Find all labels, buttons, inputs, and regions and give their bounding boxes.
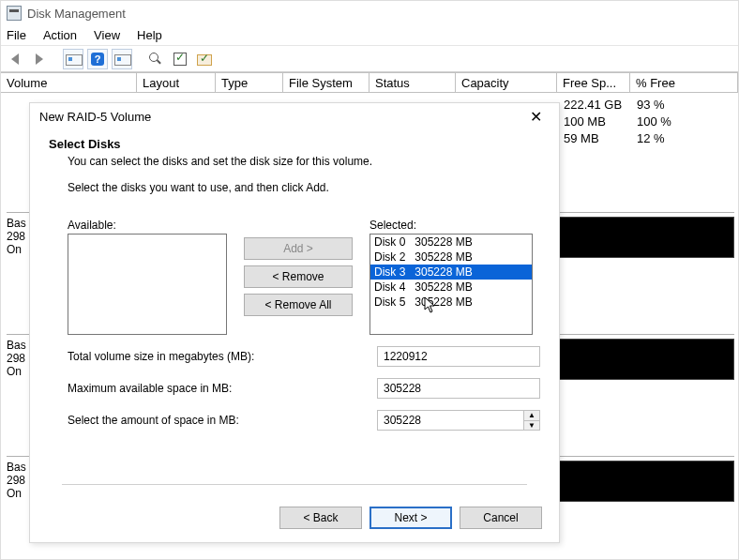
available-label: Available: <box>68 219 227 232</box>
volume-table-header: Volume Layout Type File System Status Ca… <box>1 72 738 93</box>
col-free[interactable]: Free Sp... <box>557 73 630 92</box>
dialog-heading: Select Disks <box>49 137 540 151</box>
amount-label: Select the amount of space in MB: <box>68 414 377 427</box>
menu-action[interactable]: Action <box>43 28 77 42</box>
app-title: Disk Management <box>27 7 126 21</box>
dialog-instruction: Select the disks you want to use, and th… <box>68 181 540 194</box>
view-icon <box>114 53 129 66</box>
table-row[interactable]: 222.41 GB 93 % <box>564 98 693 112</box>
list-item[interactable]: Disk 0 305228 MB <box>370 235 532 250</box>
available-listbox[interactable] <box>68 234 227 335</box>
back-button[interactable]: < Back <box>279 507 362 529</box>
total-size-value: 1220912 <box>377 346 540 367</box>
cell-pct: 12 % <box>637 131 693 145</box>
total-size-label: Total volume size in megabytes (MB): <box>68 350 377 363</box>
arrow-right-icon <box>36 53 43 65</box>
add-button[interactable]: Add > <box>244 237 353 260</box>
col-layout[interactable]: Layout <box>137 73 216 92</box>
remove-all-button[interactable]: < Remove All <box>244 294 353 316</box>
list-item[interactable]: Disk 3 305228 MB <box>370 265 532 280</box>
col-type[interactable]: Type <box>216 73 283 92</box>
app-window: Disk Management File Action View Help ? … <box>0 0 739 560</box>
list-item[interactable]: Disk 4 305228 MB <box>370 280 532 295</box>
menu-file[interactable]: File <box>7 28 26 42</box>
toolbar-folder-check-button[interactable] <box>194 49 215 69</box>
spin-up-button[interactable]: ▲ <box>524 411 539 421</box>
amount-spinner: ▲ ▼ <box>523 410 540 431</box>
search-icon <box>149 53 162 66</box>
cancel-button[interactable]: Cancel <box>460 507 542 529</box>
folder-check-icon <box>197 54 212 66</box>
dialog-title: New RAID-5 Volume <box>39 110 151 124</box>
help-icon: ? <box>91 53 104 66</box>
toolbar-check-button[interactable] <box>170 49 190 69</box>
menu-help[interactable]: Help <box>137 28 162 42</box>
selected-label: Selected: <box>370 219 533 232</box>
cell-pct: 93 % <box>637 98 693 112</box>
arrow-left-icon <box>11 53 19 65</box>
toolbar-help-button[interactable]: ? <box>87 49 108 69</box>
col-status[interactable]: Status <box>370 73 456 92</box>
close-button[interactable]: ✕ <box>522 106 550 128</box>
cell-pct: 100 % <box>637 114 693 129</box>
table-row[interactable]: 100 MB 100 % <box>564 114 693 129</box>
cell-free: 222.41 GB <box>564 98 637 112</box>
nav-forward-button[interactable] <box>29 49 50 69</box>
toolbar-view-button[interactable] <box>112 49 132 69</box>
dialog-subtitle: You can select the disks and set the dis… <box>68 155 540 168</box>
max-space-value: 305228 <box>377 378 540 399</box>
new-raid5-dialog: New RAID-5 Volume ✕ Select Disks You can… <box>29 102 560 543</box>
col-capacity[interactable]: Capacity <box>456 73 557 92</box>
max-space-label: Maximum available space in MB: <box>68 382 377 395</box>
amount-input[interactable]: 305228 <box>377 410 523 431</box>
table-row[interactable]: 59 MB 12 % <box>564 131 693 145</box>
titlebar: Disk Management <box>1 1 738 25</box>
toolbar: ? <box>1 46 738 72</box>
cell-free: 59 MB <box>564 131 637 145</box>
toolbar-search-button[interactable] <box>145 49 166 69</box>
remove-button[interactable]: < Remove <box>244 265 353 288</box>
col-pctfree[interactable]: % Free <box>630 73 738 92</box>
nav-back-button[interactable] <box>5 49 25 69</box>
spin-down-button[interactable]: ▼ <box>524 421 539 431</box>
list-item[interactable]: Disk 5 305228 MB <box>370 295 532 310</box>
cell-free: 100 MB <box>564 114 637 129</box>
list-item[interactable]: Disk 2 305228 MB <box>370 250 532 265</box>
menubar: File Action View Help <box>1 25 738 46</box>
panel-icon <box>66 53 81 66</box>
col-filesystem[interactable]: File System <box>283 73 370 92</box>
dialog-divider <box>62 484 527 485</box>
toolbar-panel-button[interactable] <box>63 49 83 69</box>
next-button[interactable]: Next > <box>370 507 452 529</box>
selected-listbox[interactable]: Disk 0 305228 MBDisk 2 305228 MBDisk 3 3… <box>370 234 533 335</box>
app-icon <box>7 6 22 21</box>
check-icon <box>173 53 187 66</box>
menu-view[interactable]: View <box>94 28 120 42</box>
col-volume[interactable]: Volume <box>1 73 137 92</box>
